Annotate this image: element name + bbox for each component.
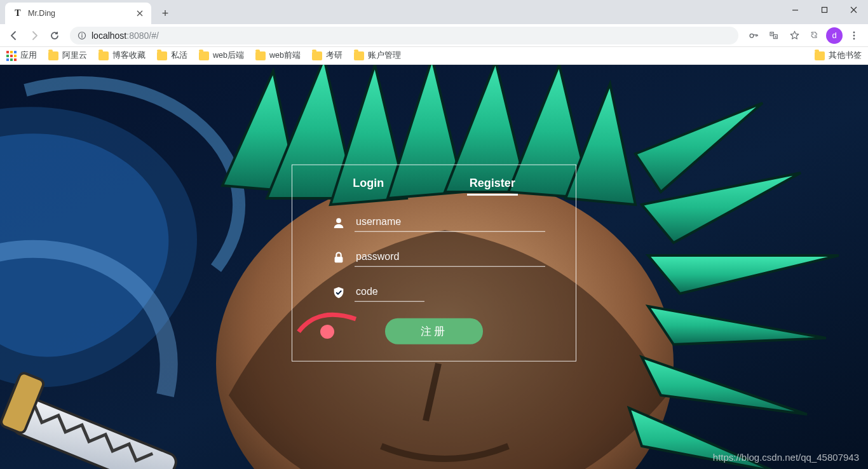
lock-icon [332,250,346,264]
window-controls [780,0,868,19]
watermark-text: https://blog.csdn.net/qq_45807943 [713,452,859,463]
svg-point-7 [853,31,855,33]
bookmark-label: 其他书签 [829,50,862,61]
tab-title: Mr.Ding [28,9,130,18]
extensions-icon[interactable] [806,27,824,44]
address-text: localhost:8080/#/ [92,31,159,41]
folder-icon [354,51,364,60]
browser-tab-strip: T Mr.Ding + [0,0,868,24]
bookmark-item[interactable]: 账户管理 [354,50,401,61]
bookmark-label: 阿里云 [62,50,87,61]
submit-button[interactable]: 注册 [385,318,483,344]
bookmark-label: 账户管理 [368,50,401,61]
field-username [332,214,545,232]
password-key-icon[interactable] [745,27,763,44]
svg-point-2 [81,33,83,34]
nav-forward-icon[interactable] [25,27,43,44]
bookmark-item[interactable]: 博客收藏 [98,50,146,61]
svg-point-9 [853,37,855,39]
bookmark-star-icon[interactable] [785,27,803,44]
tab-favicon: T [13,8,23,18]
info-icon [78,31,86,40]
translate-icon[interactable] [765,27,783,44]
bookmark-item[interactable]: 私活 [157,50,187,61]
auth-card: Login Register [292,165,576,362]
folder-icon [157,51,167,60]
bookmark-item[interactable]: web后端 [199,50,244,61]
address-bar[interactable]: localhost:8080/#/ [70,27,738,44]
user-icon [332,215,346,229]
tab-register[interactable]: Register [467,177,518,196]
browser-toolbar: localhost:8080/#/ d [0,24,868,47]
folder-icon [98,51,109,60]
window-close-icon[interactable] [839,0,868,19]
bookmark-label: web后端 [213,50,244,61]
page-viewport: Login Register [0,65,868,469]
username-input[interactable] [355,214,545,232]
field-code [332,283,545,302]
folder-icon [312,51,322,60]
nav-back-icon[interactable] [5,27,23,44]
tab-login[interactable]: Login [350,177,386,196]
password-input[interactable] [355,248,545,267]
window-minimize-icon[interactable] [780,0,810,19]
menu-dots-icon[interactable] [845,27,863,44]
profile-avatar[interactable]: d [826,27,843,44]
bookmarks-bar: 应用 阿里云 博客收藏 私活 web后端 web前端 考研 账户管理 其他书签 [0,47,868,65]
svg-point-8 [853,34,855,36]
bookmark-label: 博客收藏 [112,50,146,61]
folder-icon [48,51,58,60]
svg-point-15 [336,218,341,223]
bookmark-apps[interactable]: 应用 [6,50,37,61]
bookmark-label: 私活 [171,50,187,61]
folder-icon [815,51,825,60]
bookmark-item[interactable]: 考研 [312,50,342,61]
shield-check-icon [332,285,346,299]
bookmark-label: 考研 [326,50,342,61]
window-maximize-icon[interactable] [810,0,839,19]
bookmark-item[interactable]: web前端 [255,50,301,61]
svg-point-4 [750,34,754,37]
field-password [332,248,545,267]
folder-icon [255,51,266,60]
svg-rect-16 [335,256,343,262]
nav-reload-icon[interactable] [46,27,64,44]
tab-close-icon[interactable] [135,8,145,18]
svg-rect-3 [81,35,82,37]
folder-icon [199,51,209,60]
apps-grid-icon [6,51,17,61]
bookmark-item[interactable]: 阿里云 [48,50,87,61]
browser-tab[interactable]: T Mr.Ding [5,3,151,24]
new-tab-button[interactable]: + [156,4,174,22]
svg-rect-0 [822,7,827,12]
bookmark-label: 应用 [20,50,37,61]
code-input[interactable] [355,283,424,302]
bookmark-label: web前端 [269,50,301,61]
auth-tabs: Login Register [310,177,558,196]
other-bookmarks[interactable]: 其他书签 [815,50,862,61]
